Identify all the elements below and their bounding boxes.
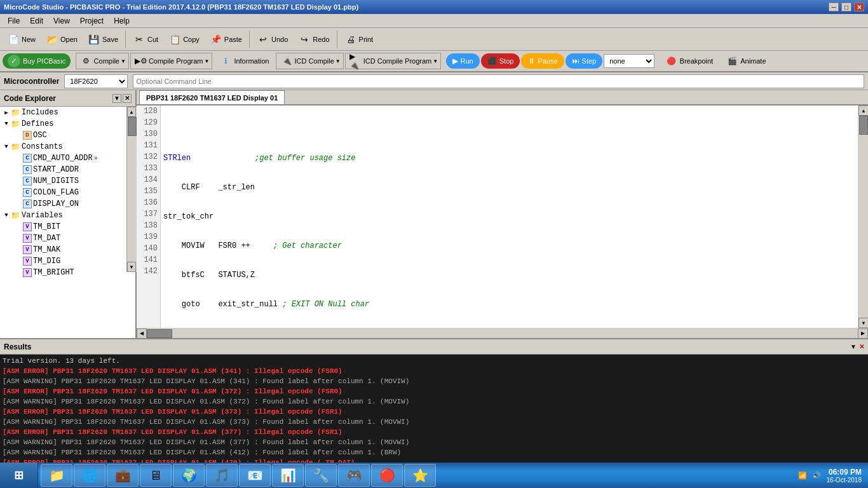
variable-icon: V xyxy=(23,234,32,243)
maximize-button[interactable]: □ xyxy=(841,3,851,11)
results-close-button[interactable]: ✕ xyxy=(859,343,864,350)
pause-icon: ⏸ xyxy=(527,57,535,65)
hscroll-right-button[interactable]: ▶ xyxy=(858,329,868,339)
buy-picbasic-button[interactable]: ✓ Buy PICBasic xyxy=(3,53,71,69)
scroll-down-button[interactable]: ▼ xyxy=(127,262,136,272)
sidebar-header: Code Explorer ▼ ✕ xyxy=(0,90,135,107)
compile-dropdown[interactable]: ⚙ Compile ▼ xyxy=(76,53,129,69)
tree-defines[interactable]: ▼ 📁 Defines xyxy=(0,118,135,130)
taskbar-icon-1: 📁 xyxy=(49,468,65,483)
undo-button[interactable]: ↩ Undo xyxy=(252,30,292,49)
stop-button[interactable]: ⬛ Stop xyxy=(481,53,520,69)
compile-program-dropdown[interactable]: ▶⚙ Compile Program ▼ xyxy=(130,53,213,69)
taskbar-icon-3: 💼 xyxy=(115,468,131,483)
tree-num-digits[interactable]: C NUM_DIGITS xyxy=(0,175,135,187)
tree-tm-bright[interactable]: V TM_BRIGHT xyxy=(0,267,135,278)
tab-main-file[interactable]: PBP31 18F2620 TM1637 LED Display 01 xyxy=(139,90,285,104)
cut-button[interactable]: ✂ Cut xyxy=(128,30,163,49)
new-button[interactable]: 📄 New xyxy=(3,30,40,49)
tree-display-on[interactable]: C DISPLAY_ON xyxy=(0,198,135,210)
minimize-button[interactable]: ─ xyxy=(829,3,839,11)
step-button[interactable]: ⏭ Step xyxy=(566,53,603,69)
tree-tm-dat[interactable]: V TM_DAT xyxy=(0,233,135,244)
tree-tm-dig[interactable]: V TM_DIG xyxy=(0,255,135,267)
clock-date: 16-Oct-2018 xyxy=(826,477,862,484)
icd-compile-program-dropdown[interactable]: ▶🔌 ICD Compile Program ▼ xyxy=(345,53,442,69)
animate-button[interactable]: 🎬 Animate xyxy=(720,53,771,69)
paste-button[interactable]: 📌 Paste xyxy=(205,30,247,49)
vscroll-down-button[interactable]: ▼ xyxy=(858,318,868,328)
taskbar-app-9[interactable]: 🔧 xyxy=(305,464,337,487)
redo-button[interactable]: ↪ Redo xyxy=(294,30,334,49)
menu-project[interactable]: Project xyxy=(75,15,109,27)
code-view: 128 129 130 131 132 133 134 135 136 137 … xyxy=(137,105,868,328)
menu-bar: File Edit View Project Help xyxy=(0,14,868,28)
taskbar-app-6[interactable]: 🎵 xyxy=(206,464,238,487)
redo-icon: ↪ xyxy=(298,33,311,46)
hscroll-thumb[interactable] xyxy=(147,329,172,338)
tree-osc[interactable]: D OSC xyxy=(0,130,135,141)
tree-includes[interactable]: ▶ 📁 Includes xyxy=(0,107,135,118)
menu-file[interactable]: File xyxy=(3,15,25,27)
taskbar-app-8[interactable]: 📊 xyxy=(272,464,304,487)
menu-view[interactable]: View xyxy=(48,15,75,27)
code-vertical-scrollbar[interactable]: ▲ ▼ xyxy=(858,105,868,328)
none-select[interactable]: none xyxy=(604,54,654,68)
print-button[interactable]: 🖨 Print xyxy=(340,30,378,49)
results-content: Trial version. 13 days left. [ASM ERROR]… xyxy=(0,355,868,478)
scroll-up-button[interactable]: ▲ xyxy=(127,107,136,117)
run-button[interactable]: ▶ Run xyxy=(446,53,480,69)
hscroll-left-button[interactable]: ◀ xyxy=(137,329,147,339)
tree-tm-bit[interactable]: V TM_BIT xyxy=(0,221,135,233)
menu-edit[interactable]: Edit xyxy=(25,15,48,27)
chevron-down-icon-4: ▼ xyxy=(433,58,438,64)
save-button[interactable]: 💾 Save xyxy=(83,30,123,49)
constant-icon: C xyxy=(23,188,32,197)
sidebar-scrollbar[interactable]: ▲ ▼ xyxy=(126,107,137,272)
taskbar-app-10[interactable]: 🎮 xyxy=(338,464,370,487)
sidebar-close-button[interactable]: ✕ xyxy=(123,94,132,103)
icd-compile-icon: 🔌 xyxy=(280,55,293,67)
taskbar-icon-4: 🖥 xyxy=(149,468,162,483)
taskbar-app-4[interactable]: 🖥 xyxy=(140,464,172,487)
open-button[interactable]: 📂 Open xyxy=(41,30,82,49)
cut-icon: ✂ xyxy=(133,33,146,46)
vscroll-thumb[interactable] xyxy=(859,116,868,135)
code-horizontal-scrollbar[interactable]: ◀ ▶ xyxy=(137,328,868,338)
information-button[interactable]: ℹ Information xyxy=(214,53,275,69)
pause-button[interactable]: ⏸ Pause xyxy=(521,53,564,69)
taskbar-app-7[interactable]: 📧 xyxy=(239,464,271,487)
title-bar: MicroCode Studio - PICBASIC PRO - Trial … xyxy=(0,0,868,14)
vscroll-up-button[interactable]: ▲ xyxy=(858,105,868,116)
code-line-132: MOVIW FSR0 ++ ; Get character xyxy=(163,240,855,252)
results-dropdown-button[interactable]: ▼ xyxy=(850,343,857,350)
code-editor[interactable]: STRlen ;get buffer usage size CLRF _str_… xyxy=(161,105,858,328)
system-clock: 06:09 PM 16-Oct-2018 xyxy=(826,468,862,484)
tab-bar: PBP31 18F2620 TM1637 LED Display 01 xyxy=(137,90,868,105)
tree-cmd-auto-addr[interactable]: C CMD_AUTO_ADDR » xyxy=(0,152,135,164)
taskbar-app-2[interactable]: 🌐 xyxy=(74,464,105,487)
tree-variables[interactable]: ▼ 📁 Variables xyxy=(0,210,135,221)
toolbar-separator-2 xyxy=(249,30,250,48)
tree-tm-nak[interactable]: V TM_NAK xyxy=(0,244,135,255)
breakpoint-button[interactable]: 🔴 Breakpoint xyxy=(660,53,719,69)
icd-compile-program-icon: ▶🔌 xyxy=(349,55,362,67)
icd-compile-dropdown[interactable]: 🔌 ICD Compile ▼ xyxy=(276,53,343,69)
start-button[interactable]: ⊞ xyxy=(0,463,38,488)
undo-icon: ↩ xyxy=(257,33,269,46)
microcontroller-select[interactable]: 18F2620 xyxy=(64,74,128,88)
taskbar-app-3[interactable]: 💼 xyxy=(107,464,139,487)
sidebar-dropdown-button[interactable]: ▼ xyxy=(112,94,121,103)
close-button[interactable]: ✕ xyxy=(854,3,864,11)
optional-command-line-input[interactable] xyxy=(133,74,864,88)
tree-constants[interactable]: ▼ 📁 Constants xyxy=(0,141,135,152)
tree-colon-flag[interactable]: C COLON_FLAG xyxy=(0,187,135,198)
tree-start-addr[interactable]: C START_ADDR xyxy=(0,164,135,175)
taskbar-app-11[interactable]: 🔴 xyxy=(371,464,403,487)
copy-button[interactable]: 📋 Copy xyxy=(164,30,204,49)
menu-help[interactable]: Help xyxy=(109,15,135,27)
taskbar-app-12[interactable]: ⭐ xyxy=(404,464,436,487)
vscroll-track xyxy=(858,116,868,318)
taskbar-app-5[interactable]: 🌍 xyxy=(173,464,205,487)
taskbar-app-1[interactable]: 📁 xyxy=(41,464,72,487)
